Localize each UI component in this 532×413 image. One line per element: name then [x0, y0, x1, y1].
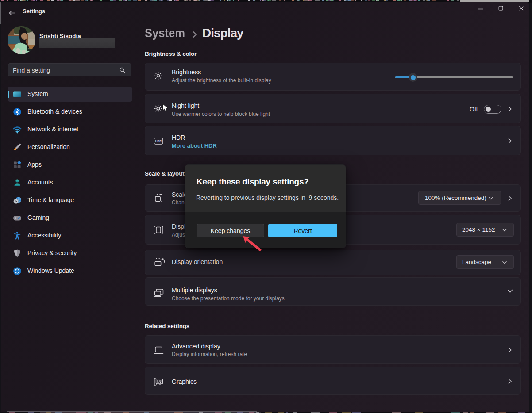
svg-text:HDR: HDR	[155, 140, 162, 143]
